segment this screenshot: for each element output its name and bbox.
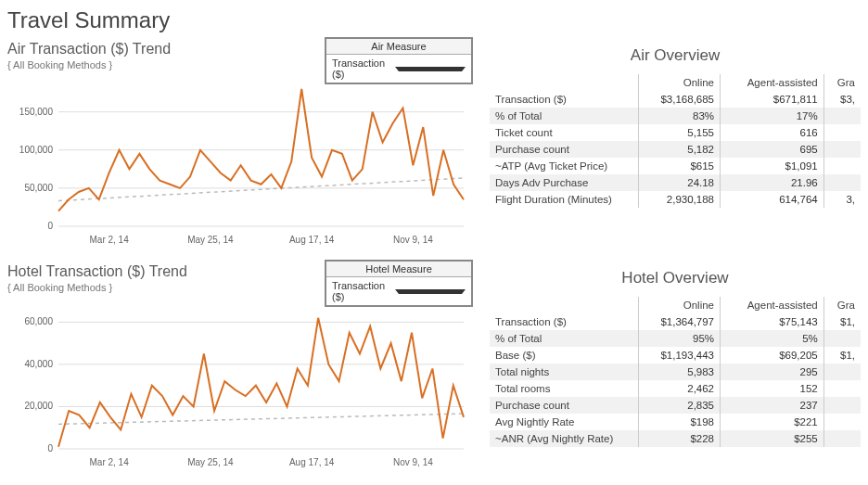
cell: 21.96 [721,174,824,191]
cell: 295 [721,364,824,380]
svg-text:May 25, 14: May 25, 14 [187,235,234,245]
air-chart[interactable]: 050,000100,000150,000Mar 2, 14May 25, 14… [7,82,475,239]
cell: $671,811 [721,91,824,108]
cell: 5,155 [638,124,721,141]
cell: 2,462 [638,380,721,397]
row-label: Transaction ($) [490,91,638,108]
svg-text:0: 0 [47,221,53,231]
cell: $1,193,443 [638,347,721,364]
cell [823,158,861,174]
cell: 5,983 [638,364,721,380]
hotel-trend-panel: Hotel Transaction ($) Trend { All Bookin… [0,260,482,482]
dashboard-grid: Air Transaction ($) Trend { All Booking … [0,37,868,482]
cell: $198 [638,414,721,430]
cell: 616 [721,124,824,141]
svg-text:May 25, 14: May 25, 14 [187,457,234,467]
svg-text:Nov 9, 14: Nov 9, 14 [393,457,433,467]
air-measure-label: Air Measure [326,39,471,55]
table-row[interactable]: Ticket count5,155616 [490,124,861,141]
cell [823,141,861,158]
cell: $75,143 [721,313,824,330]
cell: $1, [823,313,861,330]
cell [823,430,861,447]
svg-text:Mar 2, 14: Mar 2, 14 [90,457,130,467]
cell: 614,764 [721,191,824,208]
hotel-measure-label: Hotel Measure [326,262,471,277]
table-row[interactable]: Total rooms2,462152 [490,380,861,397]
cell: 5,182 [638,141,721,158]
table-row[interactable]: Total nights5,983295 [490,364,861,380]
row-label: Base ($) [490,347,638,364]
cell [823,174,861,191]
cell: $1, [823,347,861,364]
col-header: Agent-assisted [721,74,824,91]
hotel-chart[interactable]: 020,00040,00060,000Mar 2, 14May 25, 14Au… [7,304,475,462]
table-row[interactable]: Purchase count5,182695 [490,141,861,158]
table-row[interactable]: Purchase count2,835237 [490,397,861,414]
col-header: Gra [823,74,861,91]
row-label: ~ANR (Avg Nightly Rate) [490,430,638,447]
svg-text:Aug 17, 14: Aug 17, 14 [289,235,335,245]
svg-text:60,000: 60,000 [24,316,53,326]
air-measure-parameter: Air Measure Transaction ($) [325,37,473,84]
hotel-measure-parameter: Hotel Measure Transaction ($) [325,260,473,307]
row-label: ~ATP (Avg Ticket Price) [490,158,638,174]
cell: 2,835 [638,397,721,414]
cell: $3,168,685 [638,91,721,108]
cell: $228 [638,430,721,447]
row-label: Total nights [490,364,638,380]
row-label: Days Adv Purchase [490,174,638,191]
table-row[interactable]: Base ($)$1,193,443$69,205$1, [490,347,861,364]
col-header-metric [490,74,638,91]
page-title: Travel Summary [0,0,868,37]
table-row[interactable]: Avg Nightly Rate$198$221 [490,414,861,430]
cell: 17% [721,108,824,124]
col-header-metric [490,297,638,313]
svg-line-12 [58,178,464,201]
hotel-measure-dropdown[interactable]: Transaction ($) [326,277,471,305]
svg-text:Mar 2, 14: Mar 2, 14 [90,235,130,245]
chevron-down-icon [395,67,466,71]
table-row[interactable]: ~ANR (Avg Nightly Rate)$228$255 [490,430,861,447]
cell: 95% [638,330,721,347]
cell [823,380,861,397]
hotel-overview-table: OnlineAgent-assistedGra Transaction ($)$… [490,297,861,447]
table-row[interactable]: % of Total83%17% [490,108,861,124]
air-measure-dropdown[interactable]: Transaction ($) [326,55,471,83]
cell: $615 [638,158,721,174]
cell: $1,091 [721,158,824,174]
table-row[interactable]: Transaction ($)$1,364,797$75,143$1, [490,313,861,330]
cell [823,124,861,141]
row-label: Purchase count [490,141,638,158]
row-label: % of Total [490,330,638,347]
hotel-measure-value: Transaction ($) [332,280,395,302]
row-label: Avg Nightly Rate [490,414,638,430]
air-measure-value: Transaction ($) [332,57,395,80]
air-trend-panel: Air Transaction ($) Trend { All Booking … [0,37,482,260]
cell: $221 [721,414,824,430]
svg-text:Aug 17, 14: Aug 17, 14 [289,457,335,467]
row-label: Flight Duration (Minutes) [490,191,638,208]
svg-text:20,000: 20,000 [24,401,53,411]
table-row[interactable]: % of Total95%5% [490,330,861,347]
cell: 83% [638,108,721,124]
table-row[interactable]: ~ATP (Avg Ticket Price)$615$1,091 [490,158,861,174]
cell: $255 [721,430,824,447]
row-label: Ticket count [490,124,638,141]
svg-text:40,000: 40,000 [24,359,53,369]
col-header: Online [638,297,721,313]
cell [823,330,861,347]
svg-text:Nov 9, 14: Nov 9, 14 [393,235,433,245]
cell: 24.18 [638,174,721,191]
hotel-overview-panel: Hotel Overview OnlineAgent-assistedGra T… [482,260,868,482]
row-label: % of Total [490,108,638,124]
svg-text:50,000: 50,000 [24,183,53,193]
cell: $1,364,797 [638,313,721,330]
table-row[interactable]: Flight Duration (Minutes)2,930,188614,76… [490,191,861,208]
hotel-overview-title: Hotel Overview [490,269,861,287]
air-overview-table: OnlineAgent-assistedGra Transaction ($)$… [490,74,861,208]
cell [823,108,861,124]
table-row[interactable]: Transaction ($)$3,168,685$671,811$3, [490,91,861,108]
cell [823,397,861,414]
table-row[interactable]: Days Adv Purchase24.1821.96 [490,174,861,191]
